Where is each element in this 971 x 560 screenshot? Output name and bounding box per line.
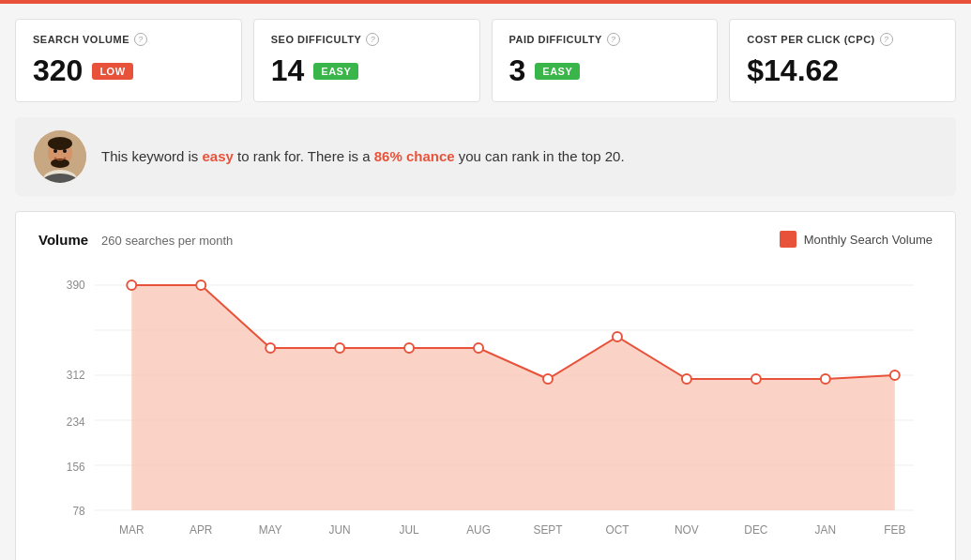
badge-low: LOW bbox=[92, 63, 132, 80]
x-label-oct: OCT bbox=[605, 523, 630, 537]
data-point-mar bbox=[127, 280, 136, 290]
x-label-feb: FEB bbox=[884, 523, 905, 537]
data-point-jan bbox=[821, 374, 830, 384]
metric-card-paid-difficulty: PAID DIFFICULTY ? 3 EASY bbox=[492, 19, 719, 102]
insight-text-after: you can rank in the top 20. bbox=[455, 148, 625, 164]
chart-title-area: Volume 260 searches per month bbox=[38, 232, 233, 248]
insight-text-before: This keyword is bbox=[101, 148, 203, 164]
data-point-jul bbox=[404, 343, 414, 353]
chart-legend: Monthly Search Volume bbox=[780, 231, 933, 248]
chart-title: Volume bbox=[38, 232, 88, 248]
x-label-may: MAY bbox=[259, 523, 282, 537]
help-icon-seo-difficulty[interactable]: ? bbox=[366, 33, 379, 46]
main-container: SEARCH VOLUME ? 320 LOW SEO DIFFICULTY ?… bbox=[0, 4, 971, 560]
data-point-sept bbox=[543, 374, 553, 384]
data-point-jun bbox=[335, 343, 344, 353]
x-label-jul: JUL bbox=[400, 523, 420, 537]
chart-subtitle: 260 searches per month bbox=[101, 234, 233, 248]
metric-value-paid-difficulty: 3 EASY bbox=[509, 53, 701, 88]
x-label-jun: JUN bbox=[329, 523, 351, 537]
chart-header: Volume 260 searches per month Monthly Se… bbox=[38, 231, 933, 248]
svg-text:234: 234 bbox=[67, 416, 85, 429]
chart-container: 390 312 234 156 78 bbox=[38, 266, 933, 551]
x-label-mar: MAR bbox=[119, 523, 144, 537]
label-text: COST PER CLICK (CPC) bbox=[747, 34, 875, 45]
chart-svg: 390 312 234 156 78 bbox=[38, 266, 933, 548]
metric-label-seo-difficulty: SEO DIFFICULTY ? bbox=[271, 33, 463, 46]
legend-label: Monthly Search Volume bbox=[804, 233, 933, 247]
svg-text:312: 312 bbox=[67, 369, 85, 382]
metric-card-cpc: COST PER CLICK (CPC) ? $14.62 bbox=[729, 19, 956, 102]
chart-fill-area bbox=[131, 285, 895, 510]
svg-point-2 bbox=[48, 137, 72, 150]
badge-easy-seo: EASY bbox=[313, 63, 358, 80]
insight-text-middle: to rank for. There is a bbox=[234, 148, 374, 164]
metric-card-search-volume: SEARCH VOLUME ? 320 LOW bbox=[15, 19, 242, 102]
metric-card-seo-difficulty: SEO DIFFICULTY ? 14 EASY bbox=[253, 19, 480, 102]
x-label-dec: DEC bbox=[744, 523, 767, 537]
metric-label-paid-difficulty: PAID DIFFICULTY ? bbox=[509, 33, 701, 46]
insight-highlight-chance: 86% chance bbox=[374, 148, 455, 164]
legend-swatch bbox=[780, 231, 797, 248]
svg-text:156: 156 bbox=[67, 461, 85, 474]
insight-highlight-easy: easy bbox=[203, 148, 234, 164]
insight-banner: This keyword is easy to rank for. There … bbox=[15, 117, 956, 196]
insight-text: This keyword is easy to rank for. There … bbox=[101, 146, 625, 168]
value-number: 3 bbox=[509, 53, 526, 88]
avatar bbox=[34, 130, 86, 183]
chart-card: Volume 260 searches per month Monthly Se… bbox=[15, 211, 956, 560]
metric-value-seo-difficulty: 14 EASY bbox=[271, 53, 463, 88]
data-point-oct bbox=[613, 332, 622, 341]
value-number: 14 bbox=[271, 53, 305, 88]
data-point-feb bbox=[890, 371, 900, 380]
value-number: $14.62 bbox=[747, 53, 839, 88]
metric-label-cpc: COST PER CLICK (CPC) ? bbox=[747, 33, 938, 46]
value-number: 320 bbox=[33, 53, 83, 88]
badge-easy-paid: EASY bbox=[535, 63, 580, 80]
x-label-jan: JAN bbox=[815, 523, 836, 537]
x-label-apr: APR bbox=[190, 523, 213, 537]
label-text: SEARCH VOLUME bbox=[33, 34, 129, 45]
label-text: PAID DIFFICULTY bbox=[509, 34, 602, 45]
svg-text:78: 78 bbox=[72, 505, 85, 518]
data-point-nov bbox=[682, 374, 691, 384]
svg-text:390: 390 bbox=[67, 279, 85, 292]
x-label-sept: SEPT bbox=[533, 523, 563, 537]
data-point-aug bbox=[474, 343, 483, 353]
help-icon-paid-difficulty[interactable]: ? bbox=[607, 33, 620, 46]
x-label-nov: NOV bbox=[675, 523, 699, 537]
data-point-apr bbox=[196, 280, 205, 290]
metric-value-cpc: $14.62 bbox=[747, 53, 938, 88]
help-icon-cpc[interactable]: ? bbox=[880, 33, 893, 46]
svg-point-5 bbox=[63, 149, 67, 153]
x-label-aug: AUG bbox=[466, 523, 491, 537]
data-point-dec bbox=[751, 374, 761, 384]
data-point-may bbox=[266, 343, 275, 353]
metric-value-search-volume: 320 LOW bbox=[33, 53, 224, 88]
svg-point-4 bbox=[53, 149, 57, 153]
label-text: SEO DIFFICULTY bbox=[271, 34, 362, 45]
help-icon-search-volume[interactable]: ? bbox=[134, 33, 147, 46]
metric-label-search-volume: SEARCH VOLUME ? bbox=[33, 33, 224, 46]
metrics-row: SEARCH VOLUME ? 320 LOW SEO DIFFICULTY ?… bbox=[15, 19, 956, 102]
